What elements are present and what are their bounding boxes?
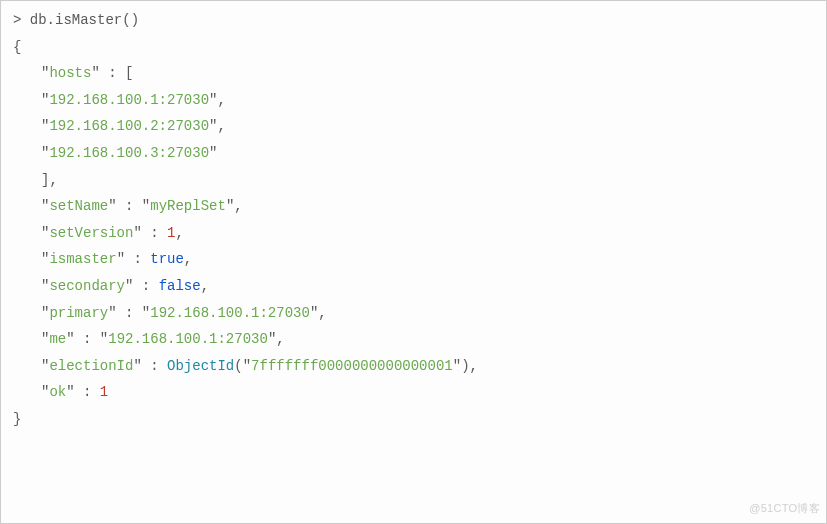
val-primary: 192.168.100.1:27030 [150,305,310,321]
host-2: 192.168.100.3:27030 [49,145,209,161]
val-secondary: false [159,278,201,294]
ismaster-line: "ismaster" : true, [13,246,814,273]
prompt-symbol: > [13,12,21,28]
code-output-block: > db.isMaster() { "hosts" : [ "192.168.1… [0,0,827,524]
val-ismaster: true [150,251,184,267]
key-me: me [49,331,66,347]
key-secondary: secondary [49,278,125,294]
secondary-line: "secondary" : false, [13,273,814,300]
electionid-line: "electionId" : ObjectId("7fffffff0000000… [13,353,814,380]
me-line: "me" : "192.168.100.1:27030", [13,326,814,353]
brace-open: { [13,34,814,61]
key-electionid: electionId [49,358,133,374]
hosts-key-line: "hosts" : [ [13,60,814,87]
brace-open-char: { [13,39,21,55]
key-hosts: hosts [49,65,91,81]
setname-line: "setName" : "myReplSet", [13,193,814,220]
host-0: 192.168.100.1:27030 [49,92,209,108]
primary-line: "primary" : "192.168.100.1:27030", [13,300,814,327]
key-primary: primary [49,305,108,321]
key-setname: setName [49,198,108,214]
host-entry: "192.168.100.2:27030", [13,113,814,140]
command-text: db.isMaster() [30,12,139,28]
ok-line: "ok" : 1 [13,379,814,406]
val-electionid: 7fffffff0000000000000001 [251,358,453,374]
host-entry: "192.168.100.3:27030" [13,140,814,167]
key-ismaster: ismaster [49,251,116,267]
bracket-close: ], [41,172,58,188]
brace-close-char: } [13,411,21,427]
val-me: 192.168.100.1:27030 [108,331,268,347]
val-ok: 1 [100,384,108,400]
key-ok: ok [49,384,66,400]
host-1: 192.168.100.2:27030 [49,118,209,134]
objectid-func: ObjectId [167,358,234,374]
setversion-line: "setVersion" : 1, [13,220,814,247]
hosts-close: ], [13,167,814,194]
key-setversion: setVersion [49,225,133,241]
val-setname: myReplSet [150,198,226,214]
watermark-text: @51CTO博客 [749,498,820,519]
brace-close: } [13,406,814,433]
prompt-line: > db.isMaster() [13,7,814,34]
host-entry: "192.168.100.1:27030", [13,87,814,114]
